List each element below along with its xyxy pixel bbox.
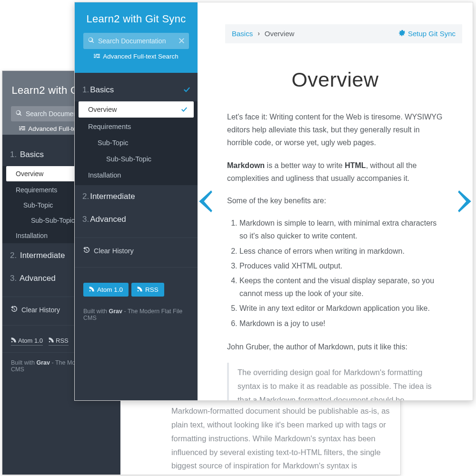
paragraph: Markdown is a better way to write HTML, … [227,159,443,185]
list-item: Produces valid XHTML output. [239,259,443,272]
nav-subnav-basics: Overview Requirements Sub-Topic Sub-Sub-… [75,101,198,185]
nav-item-subsubtopic[interactable]: Sub-Sub-Topic [75,151,198,167]
clear-history-link[interactable]: Clear History [75,245,198,260]
check-icon [181,106,187,113]
list-item: Less chance of errors when writing in ma… [239,245,443,258]
history-icon [83,247,90,255]
prev-page-arrow[interactable] [198,190,213,212]
nav-item-subtopic[interactable]: Sub-Topic [75,135,198,151]
search-icon [88,37,94,45]
article-body: Let's face it: Writing content for the W… [198,110,473,400]
search-icon [16,110,22,118]
list-item: Keeps the content and the visual display… [239,274,443,300]
rss-icon [89,286,94,293]
built-with: Built with Grav - The Modern Flat File C… [75,303,198,326]
svg-point-2 [89,290,91,292]
svg-point-1 [49,341,50,343]
rss-icon [11,337,16,344]
nav-cat-basics[interactable]: 1. Basics [75,79,198,101]
breadcrumb-root[interactable]: Basics [232,28,253,40]
paragraph: Let's face it: Writing content for the W… [227,110,443,149]
list-item: Write in any text editor or Markdown app… [239,302,443,315]
gear-icon [399,28,406,40]
sidebar-header: Learn2 with Git Sync Search Documentatio… [75,2,198,73]
search-input[interactable]: Search Documentation [83,33,189,49]
divider [75,267,198,268]
page-title: Overview [198,62,473,97]
advanced-search-link[interactable]: Advanced Full-text Search [75,53,198,66]
rss-icon [137,286,142,293]
nav-cat-advanced[interactable]: 3. Advanced [75,208,198,231]
brand-title[interactable]: Learn2 with Git Sync [75,13,198,25]
clear-search-icon[interactable] [179,37,184,45]
list-item: Markdown is simple to learn, with minima… [239,217,443,242]
breadcrumb-current: Overview [265,28,295,40]
breadcrumb-separator: › [258,28,260,40]
feed-atom[interactable]: Atom 1.0 [11,337,43,346]
blockquote: The overriding design goal for Markdown'… [227,363,443,400]
benefits-list: Markdown is simple to learn, with minima… [239,217,443,330]
sidebar: Learn2 with Git Sync Search Documentatio… [75,2,198,400]
paragraph: Some of the key benefits are: [227,194,443,207]
nav: 1. Basics Overview Requirements Sub-Topi… [75,73,198,231]
nav-item-overview[interactable]: Overview [79,101,194,118]
svg-point-3 [138,290,139,292]
rss-icon [49,337,54,344]
history-icon [11,306,18,314]
sliders-icon [19,125,25,132]
feed-atom-button[interactable]: Atom 1.0 [83,283,129,297]
sliders-icon [94,53,100,60]
git-sync-link[interactable]: Setup Git Sync [399,28,456,40]
paragraph: John Gruber, the author of Markdown, put… [227,340,443,353]
feeds: Atom 1.0 RSS [75,274,198,303]
foreground-window: Learn2 with Git Sync Search Documentatio… [74,2,473,401]
quote-text-back: is to make it as readable as possible. T… [171,390,390,473]
feed-rss[interactable]: RSS [49,337,69,346]
nav-cat-intermediate[interactable]: 2. Intermediate [75,185,198,208]
topbar: Basics › Overview Setup Git Sync [225,24,462,43]
next-page-arrow[interactable] [457,190,472,212]
list-item: Markdown is a joy to use! [239,317,443,330]
nav-item-installation[interactable]: Installation [75,167,198,183]
divider [75,238,198,238]
check-icon [184,85,190,95]
content: Basics › Overview Setup Git Sync Overvie… [198,2,473,400]
feed-rss-button[interactable]: RSS [131,283,164,297]
svg-point-0 [11,341,13,343]
nav-item-requirements[interactable]: Requirements [75,119,198,135]
search-placeholder: Search Documentation [98,37,166,45]
